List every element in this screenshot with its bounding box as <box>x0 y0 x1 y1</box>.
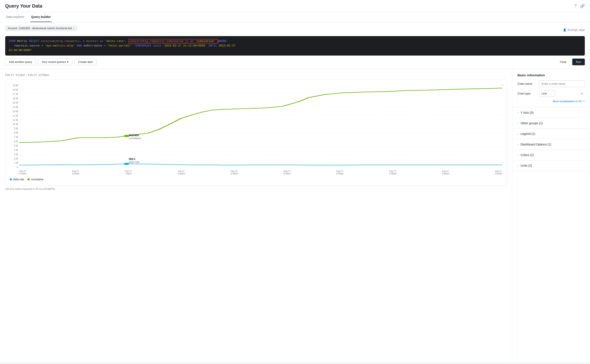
recent-queries-chevron-icon: ▾ <box>67 60 69 64</box>
query-until-val2: 22:00:00+0000' <box>9 49 32 52</box>
x-axis: Feb 27,9:15pm Feb 27,9:18pm Feb 27,9:0pm… <box>19 170 502 175</box>
tooltip-cumulative-dot <box>124 135 129 137</box>
chart-legend: delta rate cumulative <box>10 178 502 181</box>
query-until-kw: UNTIL <box>208 44 217 47</box>
query-fn1: rate(sum(http_requests), 1 minute) <box>41 39 100 43</box>
query-cond2-val: 'hello world2!' <box>107 44 133 47</box>
tooltip-delta-value: 569 k <box>129 158 140 161</box>
query-since-kw: since <box>153 44 161 47</box>
accordion-other-groups: › Other groups (1) <box>512 118 590 129</box>
query-metric: Metric <box>17 39 29 43</box>
stats-text: 239,163 events inspected in 50 ms (4.8 M… <box>5 188 55 190</box>
query-select-kw: SELECT <box>29 39 39 43</box>
accordion-legend-header[interactable]: › Legend (1) <box>512 129 590 139</box>
query-cond1-val: 'api.metrics.otlp' <box>45 44 75 47</box>
accordion-y-axis: › Y Axis (3) <box>512 107 590 118</box>
chart-svg-wrapper: 6633950 cumulative 569 k delta rate <box>19 84 502 168</box>
chart-type-select[interactable]: Line Area Bar Pie Table Billboard <box>539 90 555 97</box>
tooltip-delta: 569 k delta rate <box>129 158 140 164</box>
accordion-units-header[interactable]: › Units (2) <box>512 160 590 171</box>
query-cond2: anAttribute = <box>84 44 107 47</box>
legend-cumulative-label: cumulative <box>31 178 43 181</box>
create-alert-button[interactable]: Create alert <box>74 58 97 65</box>
accordion-dashboard-label: Dashboard Options (1) <box>521 143 551 146</box>
stats-bar: 239,163 events inspected in 50 ms (4.8 M… <box>5 188 507 190</box>
legend-cumulative-dot <box>27 178 30 181</box>
chart-area: 19 M 18 M 17 M 16 M 15 M 14 M 13 M 12 M … <box>10 84 502 175</box>
query-as2-kw: as <box>190 39 194 43</box>
query-where-kw: WHERE <box>218 39 227 43</box>
query-alias2: 'cumulative' <box>195 39 215 43</box>
accordion-y-axis-header[interactable]: › Y Axis (3) <box>512 107 590 118</box>
sidebar: Basic information Chart name Chart type … <box>512 69 590 362</box>
clear-button[interactable]: Clear <box>556 59 570 65</box>
prom-style-label: PromQL-style <box>568 28 585 32</box>
chart-name-label: Chart name <box>517 82 539 85</box>
tooltip-cumulative: 6633950 cumulative <box>129 134 141 140</box>
accordion-units-chevron-icon: › <box>517 164 518 167</box>
chart-container: ⋯ 19 M 18 M 17 M 16 M 15 M 14 M 13 M 12 … <box>5 79 507 185</box>
accordion-other-groups-chevron-icon: › <box>517 122 518 125</box>
recent-queries-label: Your recent queries <box>41 60 66 64</box>
tooltip-delta-label: delta rate <box>129 161 140 164</box>
query-highlight: latest(http_requests['cumulative']) as '… <box>128 39 218 43</box>
account-chevron-icon: ▾ <box>73 27 74 30</box>
io-link-text: More visualizations in I/O <box>553 100 582 103</box>
query-until-val: 2023-02-27 <box>219 44 235 47</box>
content-area: Feb 27, 9:12pm – Feb 27, 10:00pm ⋯ 19 M … <box>0 69 590 362</box>
legend-delta-rate: delta rate <box>10 178 24 181</box>
legend-delta-dot <box>10 178 12 181</box>
query-cond1: newrelic.source = <box>14 44 45 47</box>
query-section: Account: 11642405 - dimensional metrics … <box>0 22 590 69</box>
help-icon[interactable]: ? <box>574 4 577 8</box>
link-icon[interactable]: 🔗 <box>580 4 585 8</box>
accordion-colors-header[interactable]: › Colors (1) <box>512 150 590 160</box>
tab-query-builder[interactable]: Query builder <box>30 12 52 22</box>
chart-type-select-wrapper: Line Area Bar Pie Table Billboard <box>539 90 585 97</box>
toolbar-right: Clear Run <box>556 58 585 65</box>
chart-name-row: Chart name <box>517 80 585 87</box>
query-alias1: 'delta rate' <box>105 39 125 43</box>
accordion-units: › Units (2) <box>512 160 590 171</box>
main-content: Account: 11642405 - dimensional metrics … <box>0 22 590 362</box>
run-button[interactable]: Run <box>572 58 585 65</box>
query-as1-kw: as <box>100 39 103 43</box>
query-fn2: latest(http_requests['cumulative']) <box>129 39 188 43</box>
chart-svg <box>19 84 502 168</box>
accordion-other-groups-label: Other groups (1) <box>521 122 543 125</box>
add-query-button[interactable]: Add another query <box>5 58 36 65</box>
accordion-y-axis-label: Y Axis (3) <box>521 111 534 114</box>
query-since-val: '2023-02-27 21:12:00+0000' <box>163 44 207 47</box>
accordion-y-axis-chevron-icon: › <box>517 111 518 114</box>
account-selector[interactable]: Account: 11642405 - dimensional metrics … <box>5 26 77 31</box>
query-timeseries-kw: TIMESERIES <box>134 44 153 47</box>
recent-queries-button[interactable]: Your recent queries ▾ <box>38 58 72 65</box>
accordion-other-groups-header[interactable]: › Other groups (1) <box>512 118 590 128</box>
legend-cumulative: cumulative <box>27 178 43 181</box>
tooltip-cumulative-value: 6633950 <box>129 134 141 137</box>
chart-name-input[interactable] <box>539 80 585 87</box>
legend-delta-label: delta rate <box>13 178 24 181</box>
accordion-legend-chevron-icon: › <box>517 132 518 135</box>
page-title: Query Your Data <box>5 3 42 9</box>
query-editor[interactable]: FROM Metric SELECT rate(sum(http_request… <box>5 36 585 56</box>
accordion-legend-label: Legend (1) <box>521 132 535 136</box>
chart-type-row: Chart type Line Area Bar Pie Table Billb… <box>517 90 585 97</box>
accordion-dashboard-options-header[interactable]: › Dashboard Options (1) <box>512 139 590 150</box>
tooltip-cumulative-label: cumulative <box>129 137 141 140</box>
accordion-colors: › Colors (1) <box>512 150 590 160</box>
sidebar-basic-info: Basic information Chart name Chart type … <box>512 69 590 107</box>
chart-type-label: Chart type <box>517 92 539 95</box>
accordion-dashboard-chevron-icon: › <box>517 143 518 146</box>
prom-style-toggle[interactable]: 👤 PromQL-style <box>563 28 585 32</box>
y-axis: 19 M 18 M 17 M 16 M 15 M 14 M 13 M 12 M … <box>10 84 19 168</box>
account-label: Account: 11642405 - dimensional metrics … <box>7 27 72 30</box>
chart-panel: Feb 27, 9:12pm – Feb 27, 10:00pm ⋯ 19 M … <box>0 69 512 362</box>
tab-data-explorer[interactable]: Data explorer <box>5 12 25 22</box>
toolbar-left: Add another query Your recent queries ▾ … <box>5 58 97 65</box>
tooltip-delta-dot <box>124 163 129 165</box>
time-range: Feb 27, 9:12pm – Feb 27, 10:00pm <box>5 73 507 77</box>
io-link[interactable]: More visualizations in I/O ↗ <box>517 100 585 103</box>
query-toolbar: Add another query Your recent queries ▾ … <box>5 58 585 65</box>
tabs-bar: Data explorer Query builder <box>0 12 590 22</box>
